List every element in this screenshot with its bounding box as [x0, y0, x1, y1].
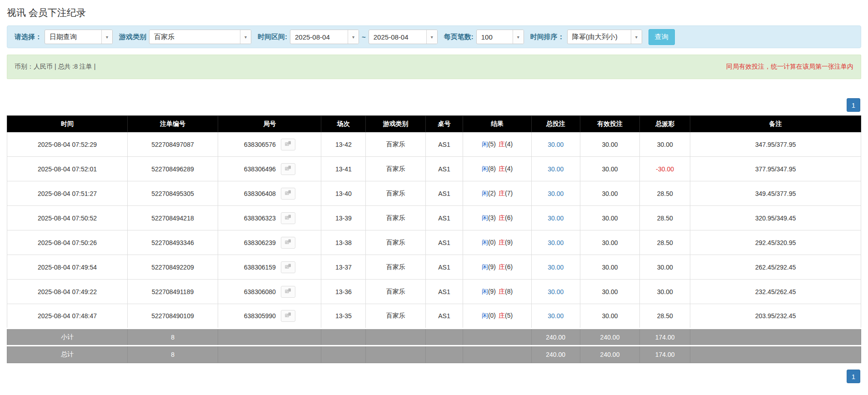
cell-valid-bet: 30.00: [580, 181, 640, 206]
cell-total-bet: 30.00: [531, 132, 580, 157]
total-bet-link[interactable]: 30.00: [548, 165, 564, 173]
result-player-label: 闲: [482, 263, 488, 270]
game-type-value: 百家乐: [150, 30, 240, 44]
page-1-button[interactable]: 1: [847, 98, 860, 112]
header-payout: 总派彩: [640, 116, 690, 132]
cell-table-no: AS1: [425, 255, 463, 280]
cell-valid-bet: 30.00: [580, 157, 640, 181]
cell-payout: 28.50: [640, 304, 690, 329]
round-video-button[interactable]: [281, 212, 295, 224]
cell-game-type: 百家乐: [366, 280, 426, 304]
search-button[interactable]: 查询: [649, 29, 675, 45]
result-banker-label: 庄: [499, 165, 505, 172]
total-bet-link[interactable]: 30.00: [548, 215, 564, 222]
sort-order-value: 降幂(由大到小): [568, 30, 631, 44]
round-video-button[interactable]: [281, 261, 295, 273]
cell-valid-bet: 30.00: [580, 230, 640, 255]
page-size-value: 100: [477, 30, 513, 44]
filter-bar: 请选择： 日期查询 ▾ 游戏类别 百家乐 ▾ 时间区间: 2025-08-04 …: [7, 25, 861, 48]
result-banker-label: 庄: [499, 140, 505, 148]
chevron-down-icon[interactable]: ▾: [240, 30, 251, 44]
cell-result: 闲(0)庄(9): [463, 230, 531, 255]
subtotal-count: 8: [127, 329, 218, 346]
chevron-down-icon[interactable]: ▾: [631, 30, 642, 44]
table-body: 2025-08-04 07:52:29 522708497087 6383065…: [7, 132, 861, 329]
round-video-button[interactable]: [281, 163, 295, 175]
round-video-button[interactable]: [281, 310, 295, 322]
table-row: 2025-08-04 07:48:47 522708490109 6383059…: [7, 304, 861, 329]
chevron-down-icon[interactable]: ▾: [101, 30, 112, 44]
cell-time: 2025-08-04 07:48:47: [7, 304, 128, 329]
empty-cell: [218, 346, 321, 363]
cell-remark: 349.45/377.95: [690, 181, 861, 206]
page-title: 视讯 会员下注纪录: [7, 6, 861, 19]
result-player-label: 闲: [482, 190, 488, 197]
sort-order-label: 时间排序：: [530, 33, 564, 41]
date-from-select[interactable]: 2025-08-04 ▾: [290, 30, 359, 44]
cell-payout: 28.50: [640, 181, 690, 206]
total-total-bet: 240.00: [531, 346, 580, 363]
cell-remark: 320.95/349.45: [690, 206, 861, 230]
game-type-select[interactable]: 百家乐 ▾: [149, 30, 251, 44]
result-banker-label: 庄: [499, 288, 505, 295]
cell-total-bet: 30.00: [531, 280, 580, 304]
round-video-button[interactable]: [281, 139, 295, 150]
cell-round-id: 638306159: [218, 255, 321, 280]
sort-order-select[interactable]: 降幂(由大到小) ▾: [567, 30, 642, 44]
empty-cell: [218, 329, 321, 346]
cell-bet-id: 522708494218: [127, 206, 218, 230]
header-remark: 备注: [690, 116, 861, 132]
total-bet-link[interactable]: 30.00: [548, 312, 564, 320]
date-to-select[interactable]: 2025-08-04 ▾: [369, 30, 438, 44]
cell-time: 2025-08-04 07:52:01: [7, 157, 128, 181]
table-row: 2025-08-04 07:51:27 522708495305 6383064…: [7, 181, 861, 206]
query-type-select[interactable]: 日期查询 ▾: [45, 30, 113, 44]
total-bet-link[interactable]: 30.00: [548, 141, 564, 148]
result-player-score: (2): [488, 190, 496, 197]
date-range-tilde: ~: [362, 33, 366, 41]
cell-round-id: 638306239: [218, 230, 321, 255]
page-1-button[interactable]: 1: [847, 370, 860, 383]
total-label: 总计: [7, 346, 128, 363]
result-player-label: 闲: [482, 140, 488, 148]
total-bet-link[interactable]: 30.00: [548, 264, 564, 271]
cell-session: 13-36: [321, 280, 366, 304]
page-size-select[interactable]: 100 ▾: [476, 30, 524, 44]
total-bet-link[interactable]: 30.00: [548, 239, 564, 246]
result-banker-score: (4): [505, 140, 513, 148]
cell-total-bet: 30.00: [531, 206, 580, 230]
empty-cell: [690, 346, 861, 363]
cell-payout: 30.00: [640, 132, 690, 157]
cell-table-no: AS1: [425, 230, 463, 255]
total-valid-bet: 240.00: [580, 346, 640, 363]
table-row: 2025-08-04 07:52:01 522708496289 6383064…: [7, 157, 861, 181]
total-bet-link[interactable]: 30.00: [548, 288, 564, 295]
date-to-value: 2025-08-04: [369, 30, 426, 44]
cell-table-no: AS1: [425, 206, 463, 230]
chevron-down-icon[interactable]: ▾: [426, 30, 437, 44]
chevron-down-icon[interactable]: ▾: [513, 30, 524, 44]
table-row: 2025-08-04 07:50:52 522708494218 6383063…: [7, 206, 861, 230]
cell-time: 2025-08-04 07:49:22: [7, 280, 128, 304]
cell-total-bet: 30.00: [531, 181, 580, 206]
cell-payout: 28.50: [640, 230, 690, 255]
round-video-button[interactable]: [281, 286, 295, 298]
round-video-button[interactable]: [281, 237, 295, 249]
cell-session: 13-35: [321, 304, 366, 329]
round-number: 638306323: [244, 215, 276, 222]
cell-remark: 377.95/347.95: [690, 157, 861, 181]
empty-cell: [425, 329, 463, 346]
cell-table-no: AS1: [425, 304, 463, 329]
header-round-id: 局号: [218, 116, 321, 132]
table-row: 2025-08-04 07:50:26 522708493346 6383062…: [7, 230, 861, 255]
empty-cell: [321, 346, 366, 363]
round-video-button[interactable]: [281, 188, 295, 200]
cell-session: 13-40: [321, 181, 366, 206]
cell-time: 2025-08-04 07:51:27: [7, 181, 128, 206]
cell-round-id: 638305990: [218, 304, 321, 329]
result-banker-score: (5): [505, 312, 513, 319]
total-bet-link[interactable]: 30.00: [548, 190, 564, 197]
video-replay-icon: [284, 312, 291, 320]
table-row: 2025-08-04 07:52:29 522708497087 6383065…: [7, 132, 861, 157]
chevron-down-icon[interactable]: ▾: [348, 30, 359, 44]
